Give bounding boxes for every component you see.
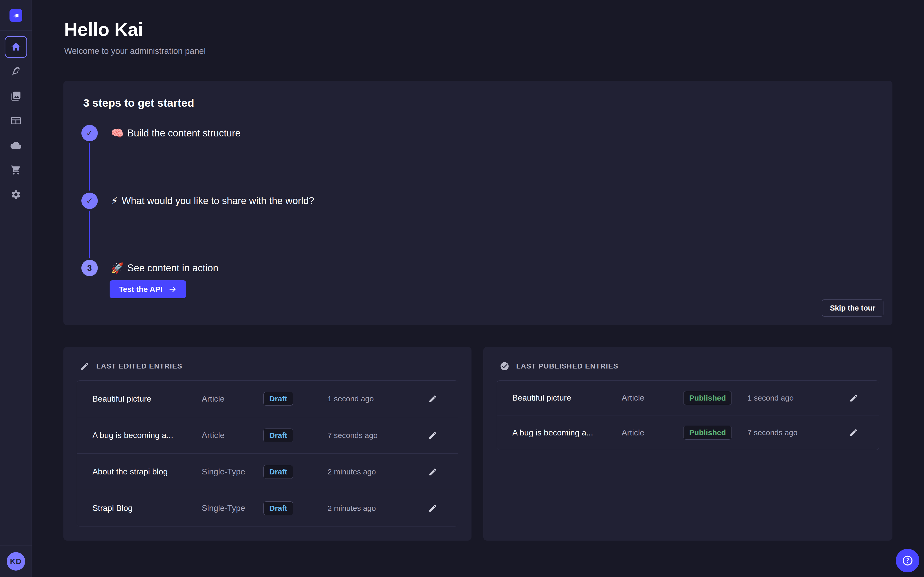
- table-row: About the strapi blogSingle-TypeDraft2 m…: [77, 453, 458, 490]
- main-content: Hello Kai Welcome to your administration…: [32, 0, 924, 577]
- table-row: Beautiful pictureArticlePublished1 secon…: [497, 380, 879, 415]
- entry-status-badge: Published: [683, 426, 732, 440]
- layout-icon: [11, 115, 21, 126]
- arrow-right-icon: [168, 285, 177, 293]
- last-edited-title: LAST EDITED ENTRIES: [96, 362, 183, 370]
- entry-title: Beautiful picture: [92, 394, 202, 404]
- pencil-icon: [428, 394, 437, 403]
- step-2-label: ⚡What would you like to share with the w…: [111, 193, 314, 209]
- test-api-label: Test the API: [119, 285, 163, 293]
- pencil-icon: [428, 431, 437, 440]
- edit-entry-button[interactable]: [426, 392, 440, 406]
- sidebar-bottom: KD: [0, 545, 32, 577]
- entry-type: Single-Type: [202, 503, 263, 513]
- page-header: Hello Kai Welcome to your administration…: [64, 18, 206, 56]
- strapi-logo[interactable]: [10, 9, 22, 22]
- onboarding-title: 3 steps to get started: [83, 97, 194, 109]
- last-edited-card: LAST EDITED ENTRIES Beautiful pictureArt…: [63, 347, 472, 541]
- step-3-emoji-icon: 🚀: [111, 262, 124, 274]
- edit-entry-button[interactable]: [426, 501, 440, 516]
- page-title: Hello Kai: [64, 18, 206, 41]
- strapi-logo-glyph: [11, 11, 20, 20]
- last-published-card: LAST PUBLISHED ENTRIES Beautiful picture…: [483, 347, 892, 541]
- entry-time: 1 second ago: [748, 394, 840, 402]
- entry-time: 2 minutes ago: [328, 504, 420, 513]
- entry-title: A bug is becoming a...: [92, 430, 202, 440]
- pencil-icon: [80, 361, 90, 371]
- entry-title: Strapi Blog: [92, 503, 202, 513]
- entry-title: A bug is becoming a...: [512, 428, 622, 437]
- step-3-label: 🚀See content in action: [111, 260, 218, 276]
- table-row: Beautiful pictureArticleDraft1 second ag…: [77, 380, 458, 417]
- sidebar: KD: [0, 0, 32, 577]
- entry-time: 2 minutes ago: [328, 467, 420, 476]
- edit-entry-button[interactable]: [426, 428, 440, 443]
- last-published-table: Beautiful pictureArticlePublished1 secon…: [497, 380, 879, 450]
- skip-tour-button[interactable]: Skip the tour: [822, 299, 884, 317]
- pencil-icon: [428, 467, 437, 477]
- step-1-emoji-icon: 🧠: [111, 127, 124, 139]
- entry-title: Beautiful picture: [512, 393, 622, 403]
- onboarding-card: 3 steps to get started ✓🧠Build the conte…: [63, 81, 892, 325]
- sidebar-item-cloud[interactable]: [5, 134, 27, 156]
- cloud-icon: [11, 140, 21, 151]
- sidebar-item-content-manager[interactable]: [5, 61, 27, 82]
- last-edited-table: Beautiful pictureArticleDraft1 second ag…: [77, 380, 458, 527]
- edit-entry-button[interactable]: [426, 465, 440, 479]
- table-row: A bug is becoming a...ArticlePublished7 …: [497, 415, 879, 450]
- step-2-emoji-icon: ⚡: [111, 195, 118, 207]
- strapi-admin-home: KD Hello Kai Welcome to your administrat…: [0, 0, 924, 577]
- edit-entry-button[interactable]: [846, 425, 861, 440]
- entry-type: Single-Type: [202, 467, 263, 477]
- entry-time: 7 seconds ago: [328, 431, 420, 440]
- sidebar-item-marketplace[interactable]: [5, 159, 27, 181]
- entry-status-badge: Draft: [263, 392, 293, 406]
- page-subtitle: Welcome to your administration panel: [64, 46, 206, 56]
- pencil-icon: [849, 393, 858, 403]
- last-published-header: LAST PUBLISHED ENTRIES: [500, 361, 618, 372]
- sidebar-divider-top: [0, 31, 32, 31]
- last-edited-header: LAST EDITED ENTRIES: [80, 361, 183, 372]
- step-1-marker: ✓: [81, 125, 98, 141]
- pencil-icon: [428, 504, 437, 513]
- pencil-icon: [849, 428, 858, 437]
- entry-type: Article: [202, 430, 263, 440]
- entry-type: Article: [622, 393, 683, 403]
- last-published-title: LAST PUBLISHED ENTRIES: [516, 362, 618, 370]
- entry-time: 1 second ago: [328, 395, 420, 403]
- entry-time: 7 seconds ago: [748, 428, 840, 437]
- step-connector: [89, 211, 90, 258]
- table-row: A bug is becoming a...ArticleDraft7 seco…: [77, 417, 458, 453]
- question-circle-icon: [902, 555, 913, 566]
- step-1-label: 🧠Build the content structure: [111, 125, 241, 141]
- step-3-text: See content in action: [127, 263, 218, 274]
- help-button[interactable]: [896, 549, 919, 572]
- user-avatar[interactable]: KD: [6, 552, 25, 571]
- entry-status-badge: Draft: [263, 429, 293, 442]
- entry-title: About the strapi blog: [92, 467, 202, 477]
- step-3-marker: 3: [81, 260, 98, 276]
- sidebar-item-media-library[interactable]: [5, 85, 27, 107]
- step-1-text: Build the content structure: [127, 128, 241, 139]
- gear-icon: [11, 189, 21, 200]
- table-row: Strapi BlogSingle-TypeDraft2 minutes ago: [77, 490, 458, 526]
- step-connector: [89, 143, 90, 190]
- step-2-text: What would you like to share with the wo…: [122, 195, 314, 206]
- entry-status-badge: Draft: [263, 465, 293, 479]
- step-2-marker: ✓: [81, 193, 98, 209]
- cart-icon: [11, 164, 21, 176]
- sidebar-item-content-type-builder[interactable]: [5, 110, 27, 132]
- images-icon: [11, 91, 21, 102]
- entry-type: Article: [622, 428, 683, 437]
- entry-type: Article: [202, 394, 263, 404]
- feather-icon: [11, 66, 21, 77]
- entry-status-badge: Draft: [263, 501, 293, 515]
- test-api-button[interactable]: Test the API: [110, 280, 186, 298]
- sidebar-item-home[interactable]: [5, 36, 27, 58]
- check-circle-icon: [500, 361, 509, 371]
- entry-status-badge: Published: [683, 391, 732, 405]
- sidebar-nav: [5, 36, 27, 206]
- home-icon: [11, 42, 21, 52]
- edit-entry-button[interactable]: [846, 391, 861, 405]
- sidebar-item-settings[interactable]: [5, 184, 27, 206]
